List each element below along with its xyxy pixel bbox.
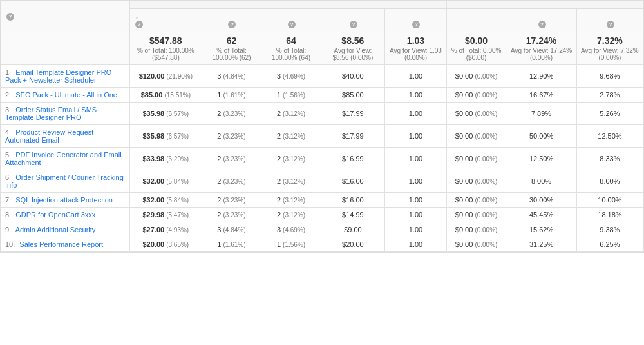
row-number: 9. — [5, 226, 11, 233]
revenue-help-icon[interactable]: ? — [135, 21, 143, 28]
avgqty-help-icon[interactable]: ? — [412, 21, 420, 28]
buydetail-cell: 5.26% — [576, 103, 643, 125]
row-number: 5. — [5, 151, 11, 159]
product-link[interactable]: SQL Injection attack Protection — [15, 196, 113, 204]
unique-help-icon[interactable]: ? — [228, 21, 236, 28]
avgqty-col-header: ? — [384, 8, 446, 32]
unique-cell: 2 (3.23%) — [202, 148, 261, 170]
row-number: 7. — [5, 196, 11, 204]
refund-spacer — [446, 1, 506, 9]
avgprice-cell: $20.00 — [321, 237, 384, 252]
avgprice-cell: $17.99 — [321, 103, 384, 125]
avgprice-cell: $16.99 — [321, 148, 384, 170]
buydetail-cell: 9.38% — [576, 222, 643, 237]
buydetail-cell: 8.00% — [576, 170, 643, 193]
revenue-cell: $35.98 (6.57%) — [130, 103, 202, 125]
revenue-cell: $32.00 (5.84%) — [130, 193, 202, 208]
product-name-cell: 4. Product Review Request Automated Emai… — [1, 125, 130, 148]
table-row: 1. Email Template Designer PRO Pack + Ne… — [1, 65, 643, 88]
totals-cartdetail-cell: 17.24% Avg for View: 17.24% (0.00%) — [506, 32, 577, 65]
avgprice-col-header: ? — [321, 8, 384, 32]
unique-cell: 3 (4.84%) — [202, 65, 261, 88]
unique-cell: 3 (4.84%) — [202, 222, 261, 237]
product-link[interactable]: SEO Pack - Ultimate - All in One — [15, 91, 117, 99]
quantity-col-header: ? — [261, 8, 321, 32]
product-link[interactable]: Admin Additional Security — [15, 226, 96, 233]
avgqty-cell: 1.00 — [384, 65, 446, 88]
avgqty-cell: 1.00 — [384, 237, 446, 252]
refund-cell: $0.00 (0.00%) — [446, 65, 506, 88]
avgqty-cell: 1.00 — [384, 103, 446, 125]
product-header: ? — [1, 1, 130, 32]
cartdetail-cell: 12.90% — [506, 65, 577, 88]
quantity-help-icon[interactable]: ? — [288, 21, 296, 28]
table-row: 2. SEO Pack - Ultimate - All in One $85.… — [1, 88, 643, 103]
revenue-cell: $20.00 (3.65%) — [130, 237, 202, 252]
avgprice-cell: $16.00 — [321, 170, 384, 193]
product-link[interactable]: Order Status Email / SMS Template Design… — [5, 106, 97, 121]
buydetail-help-icon[interactable]: ? — [607, 21, 614, 28]
product-link[interactable]: GDPR for OpenCart 3xxx — [15, 211, 95, 219]
avgprice-cell: $85.00 — [321, 88, 384, 103]
cartdetail-cell: 15.62% — [506, 222, 577, 237]
avgqty-cell: 1.00 — [384, 193, 446, 208]
product-help-icon[interactable]: ? — [6, 13, 14, 21]
totals-row: $547.88 % of Total: 100.00% ($547.88) 62… — [1, 32, 643, 65]
quantity-cell: 3 (4.69%) — [261, 65, 321, 88]
revenue-cell: $33.98 (6.20%) — [130, 148, 202, 170]
avgqty-cell: 1.00 — [384, 208, 446, 222]
cartdetail-cell: 8.00% — [506, 170, 577, 193]
cartdetail-cell: 12.50% — [506, 148, 577, 170]
row-number: 1. — [5, 68, 11, 76]
quantity-cell: 2 (3.12%) — [261, 148, 321, 170]
product-link[interactable]: Sales Performance Report — [19, 241, 103, 248]
unique-col-header: ? — [202, 8, 261, 32]
refund-cell: $0.00 (0.00%) — [446, 237, 506, 252]
product-link[interactable]: Email Template Designer PRO Pack + Newsl… — [5, 68, 111, 84]
cartdetail-col-header: ? — [506, 8, 577, 32]
totals-refund-cell: $0.00 % of Total: 0.00% ($0.00) — [446, 32, 506, 65]
refund-cell: $0.00 (0.00%) — [446, 170, 506, 193]
table-row: 8. GDPR for OpenCart 3xxx $29.98 (5.47%)… — [1, 208, 643, 222]
quantity-cell: 1 (1.56%) — [261, 88, 321, 103]
avgqty-cell: 1.00 — [384, 222, 446, 237]
quantity-cell: 2 (3.12%) — [261, 208, 321, 222]
revenue-cell: $35.98 (6.57%) — [130, 125, 202, 148]
product-link[interactable]: PDF Invoice Generator and Email Attachme… — [5, 151, 122, 166]
revenue-cell: $32.00 (5.84%) — [130, 170, 202, 193]
table-row: 5. PDF Invoice Generator and Email Attac… — [1, 148, 643, 170]
totals-buydetail-cell: 7.32% Avg for View: 7.32% (0.00%) — [576, 32, 643, 65]
unique-cell: 2 (3.23%) — [202, 193, 261, 208]
totals-revenue-cell: $547.88 % of Total: 100.00% ($547.88) — [130, 32, 202, 65]
product-name-cell: 7. SQL Injection attack Protection — [1, 193, 130, 208]
product-name-cell: 6. Order Shipment / Courier Tracking Inf… — [1, 170, 130, 193]
avgprice-cell: $14.99 — [321, 208, 384, 222]
product-name-cell: 2. SEO Pack - Ultimate - All in One — [1, 88, 130, 103]
refund-cell: $0.00 (0.00%) — [446, 103, 506, 125]
totals-product-cell — [1, 32, 130, 65]
product-link[interactable]: Product Review Request Automated Email — [5, 128, 93, 144]
row-number: 6. — [5, 173, 11, 181]
cartdetail-cell: 16.67% — [506, 88, 577, 103]
avgprice-help-icon[interactable]: ? — [350, 21, 357, 28]
cartdetail-help-icon[interactable]: ? — [538, 21, 546, 28]
analytics-table: ? ↓ ? — [0, 0, 644, 253]
unique-cell: 1 (1.61%) — [202, 88, 261, 103]
product-link[interactable]: Order Shipment / Courier Tracking Info — [5, 173, 124, 189]
row-number: 10. — [5, 241, 15, 248]
product-name-cell: 5. PDF Invoice Generator and Email Attac… — [1, 148, 130, 170]
totals-avgprice-cell: $8.56 Avg for View: $8.56 (0.00%) — [321, 32, 384, 65]
revenue-cell: $120.00 (21.90%) — [130, 65, 202, 88]
quantity-cell: 1 (1.56%) — [261, 237, 321, 252]
totals-avgqty-cell: 1.03 Avg for View: 1.03 (0.00%) — [384, 32, 446, 65]
unique-cell: 2 (3.23%) — [202, 170, 261, 193]
totals-quantity-cell: 64 % of Total: 100.00% (64) — [261, 32, 321, 65]
quantity-cell: 2 (3.12%) — [261, 125, 321, 148]
unique-cell: 2 (3.23%) — [202, 103, 261, 125]
avgprice-cell: $16.00 — [321, 193, 384, 208]
row-number: 4. — [5, 128, 11, 136]
avgqty-cell: 1.00 — [384, 125, 446, 148]
table-row: 6. Order Shipment / Courier Tracking Inf… — [1, 170, 643, 193]
revenue-sort-icon[interactable]: ↓ — [135, 13, 138, 20]
quantity-cell: 2 (3.12%) — [261, 170, 321, 193]
